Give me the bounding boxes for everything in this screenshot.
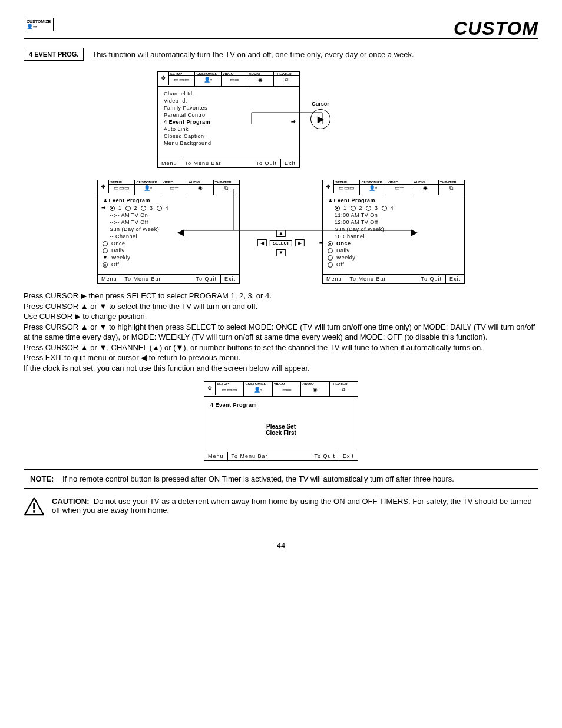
section-heading-box: 4 EVENT PROG. — [24, 48, 84, 61]
radio-icon — [141, 206, 146, 211]
tab-video: VIDEO▭═ — [222, 72, 247, 86]
tab-setup: SETUP▭▭▭ — [169, 72, 195, 86]
channel-row: 10 Channel — [335, 233, 458, 240]
arrow-up-icon: ▲ — [276, 230, 286, 237]
tab-spinner-icon: ✥ — [158, 72, 169, 85]
tab-customize: CUSTOMIZE👤▫ — [195, 72, 221, 86]
program-number-row: ➡ 1 2 3 4 — [110, 205, 233, 212]
tab-audio: AUDIO◉ — [412, 180, 438, 195]
footer-menu: Menu — [98, 275, 121, 283]
prog-title: 4 Event Program — [98, 195, 239, 203]
event-program-screen-right: ✥ SETUP▭▭▭ CUSTOMIZE👤▫ VIDEO▭═ AUDIO◉ TH… — [322, 180, 465, 284]
tab-video: VIDEO▭═ — [161, 180, 187, 195]
footer-menu: Menu — [323, 275, 346, 283]
mode-once: Once — [103, 240, 233, 247]
tab-customize: CUSTOMIZE👤▫ — [244, 382, 272, 396]
section-description: This function will automatically turn th… — [92, 50, 414, 59]
event-program-screen-left: ✥ SETUP▭▭▭ CUSTOMIZE👤▫ VIDEO▭═ AUDIO◉ TH… — [97, 180, 240, 284]
tab-video: VIDEO▭═ — [273, 382, 301, 396]
footer-to-quit: To Quit — [192, 275, 221, 283]
radio-icon — [125, 206, 131, 211]
clock-not-set-screen: ✥ SETUP▭▭▭ CUSTOMIZE👤▫ VIDEO▭═ AUDIO◉ TH… — [204, 381, 358, 461]
menu-item: Family Favorites — [164, 104, 293, 111]
mode-once: ➡ Once — [328, 240, 458, 247]
menu-item: Video Id. — [164, 97, 293, 104]
radio-icon — [328, 248, 333, 253]
tab-customize: CUSTOMIZE👤▫ — [360, 180, 386, 195]
footer-menu: Menu — [158, 159, 181, 167]
tab-theater: THEATER⧉ — [214, 180, 239, 195]
radio-icon — [103, 262, 108, 268]
svg-rect-1 — [33, 510, 35, 513]
clock-screen-title: 4 Event Program — [204, 397, 358, 408]
instructions-block: Press CURSOR ▶ then press SELECT to sele… — [24, 291, 538, 373]
arrow-down-icon: ▼ — [276, 249, 286, 256]
mode-off: Off — [328, 261, 458, 268]
radio-icon — [335, 206, 340, 211]
arrow-right-icon: ▶ — [295, 239, 305, 246]
day-of-week-row: Sun (Day of Week) — [110, 226, 233, 233]
prog-title: 4 Event Program — [323, 195, 464, 203]
mode-daily: Daily — [103, 247, 233, 254]
arrow-right-icon: ➡ — [319, 240, 325, 246]
caution-triangle-icon — [24, 497, 45, 518]
mode-off: Off — [103, 261, 233, 268]
arrow-left-icon: ◀ — [257, 239, 267, 246]
tab-spinner-icon: ✥ — [98, 180, 109, 193]
please-set-clock: Please Set Clock First — [204, 408, 358, 452]
customize-badge-icon: 👤▫▫ — [27, 24, 37, 29]
footer-to-menu-bar: To Menu Bar — [346, 275, 390, 283]
footer-to-menu-bar: To Menu Bar — [181, 159, 225, 167]
tv-on-row: --:-- AM TV On — [110, 212, 233, 219]
footer-exit: Exit — [446, 275, 464, 283]
note-box: NOTE: If no remote control button is pre… — [24, 469, 538, 489]
caution-block: CAUTION: Do not use your TV as a deterre… — [24, 497, 538, 518]
tab-audio: AUDIO◉ — [187, 180, 213, 195]
tab-theater: THEATER⧉ — [330, 382, 358, 396]
tv-off-row: 12:00 AM TV Off — [335, 219, 458, 226]
tab-spinner-icon: ✥ — [323, 180, 334, 193]
select-cluster: ▲ ◀ SELECT ▶ ▼ — [256, 228, 306, 258]
program-number-row: 1 2 3 4 — [335, 205, 458, 212]
radio-icon — [103, 248, 108, 253]
footer-to-menu-bar: To Menu Bar — [121, 275, 165, 283]
mode-weekly: Weekly — [328, 254, 458, 261]
tab-setup: SETUP▭▭▭ — [334, 180, 360, 195]
day-of-week-row: Sun (Day of Week) — [335, 226, 458, 233]
footer-exit: Exit — [221, 275, 239, 283]
footer-to-quit: To Quit — [310, 452, 339, 460]
radio-icon — [157, 206, 162, 211]
tv-off-row: --:-- AM TV Off — [110, 219, 233, 226]
select-button-label: SELECT — [270, 240, 292, 246]
radio-icon — [110, 206, 115, 211]
radio-icon — [382, 206, 387, 211]
tab-spinner-icon: ✥ — [204, 382, 216, 395]
tab-audio: AUDIO◉ — [301, 382, 329, 396]
tab-setup: SETUP▭▭▭ — [109, 180, 135, 195]
menu-item: Channel Id. — [164, 90, 293, 97]
radio-icon — [328, 262, 333, 268]
svg-rect-0 — [33, 503, 35, 509]
channel-row: -- Channel — [110, 233, 233, 240]
footer-to-menu-bar: To Menu Bar — [228, 452, 272, 460]
footer-exit: Exit — [339, 452, 358, 460]
arrow-right-icon: ➡ — [101, 205, 107, 210]
footer-menu: Menu — [204, 452, 228, 460]
arrow-right-icon: ➡ — [291, 118, 296, 124]
tab-customize: CUSTOMIZE👤▫ — [135, 180, 161, 195]
tv-on-row: 11:00 AM TV On — [335, 212, 458, 219]
customize-corner-badge: CUSTOMIZE 👤▫▫ — [24, 18, 54, 31]
radio-icon — [328, 241, 333, 246]
tab-theater: THEATER⧉ — [274, 72, 299, 86]
menu-tab-bar: ✥ SETUP▭▭▭ CUSTOMIZE👤▫ VIDEO▭═ AUDIO◉ TH… — [158, 72, 299, 87]
tab-audio: AUDIO◉ — [247, 72, 273, 86]
mode-weekly: ▼Weekly — [103, 254, 233, 261]
radio-icon — [366, 206, 371, 211]
page-title: CUSTOM — [454, 18, 538, 39]
tab-setup: SETUP▭▭▭ — [216, 382, 244, 396]
triangle-down-icon: ▼ — [103, 255, 108, 261]
footer-to-quit: To Quit — [417, 275, 446, 283]
radio-icon — [328, 255, 333, 261]
tab-theater: THEATER⧉ — [439, 180, 464, 195]
mode-daily: Daily — [328, 247, 458, 254]
